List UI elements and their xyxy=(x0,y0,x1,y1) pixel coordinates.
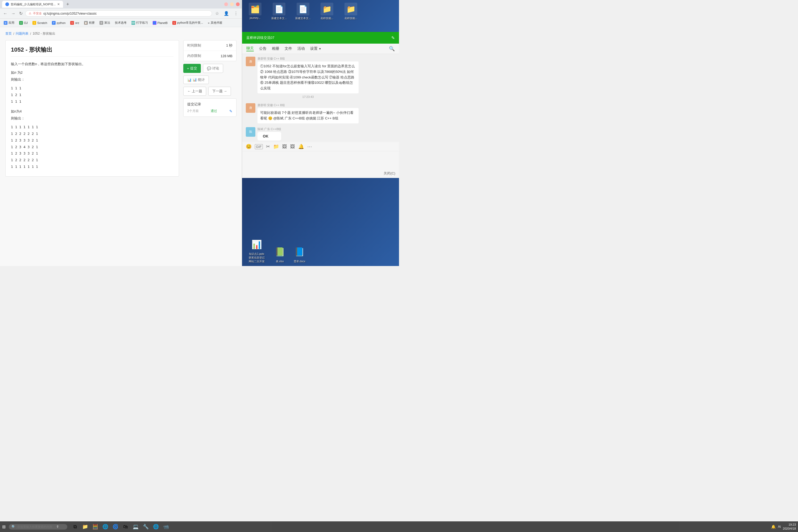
docx-icon: 📘 xyxy=(294,245,305,259)
account-button[interactable]: 👤 xyxy=(222,11,231,17)
desktop-icon-folder1[interactable]: 📁 花样技能... xyxy=(318,3,336,20)
record-box: 提交记录 2个月前 通过 ✎ xyxy=(183,98,236,117)
gif-tool-icon[interactable]: GIF xyxy=(255,144,263,149)
breadcrumb-problems[interactable]: 问题列表 xyxy=(16,32,28,36)
chat-nav-settings[interactable]: 设置 ▼ xyxy=(310,46,321,51)
minimize-button[interactable] xyxy=(224,2,228,6)
text1-icon: 📄 xyxy=(273,3,285,15)
desktop-area: 🗂️ journey... 📄 新建文本文... 📄 新建文本文... 📁 花样… xyxy=(242,0,399,32)
chat-message-2: 唐 唐群明 安徽 C++ B组 可能比较基础 7个题 好想直播听肖老师讲一遍的~… xyxy=(246,103,395,124)
bookmark-dazi[interactable]: ⌨ 打字练习 xyxy=(129,20,150,25)
address-bar: ← → ↻ ⚠ 不安全 oj.hzjingma.com/p/1052?view=… xyxy=(0,8,242,19)
chat-toolbar: 😊 GIF ✂ 📁 🖼 🖼 🔔 ⋯ xyxy=(242,142,399,151)
suanfa-icon: ⚙ xyxy=(99,21,103,25)
memory-limit-label: 内存限制 xyxy=(187,54,201,58)
stats-icon: 📊 xyxy=(187,78,191,82)
bell-tool-icon[interactable]: 🔔 xyxy=(298,144,304,150)
bookmark-orz[interactable]: O orz xyxy=(68,20,81,25)
orz-icon: O xyxy=(70,21,74,25)
discuss-button[interactable]: 💬 讨论 xyxy=(203,64,223,73)
image-library-icon[interactable]: 🖼 xyxy=(282,144,287,150)
bookmark-apps[interactable]: ⊞ 应用 xyxy=(2,20,17,25)
stats-button[interactable]: 📊 📊 统计 xyxy=(183,76,209,84)
chat-close-button[interactable]: 关闭(C) xyxy=(384,171,395,176)
chat-nav-album[interactable]: 相册 xyxy=(272,46,279,51)
prev-problem-button[interactable]: ← 上一题 xyxy=(183,87,206,96)
record-edit-button[interactable]: ✎ xyxy=(229,109,232,113)
bookmark-python[interactable]: P python xyxy=(50,20,68,25)
chat-nav-notice[interactable]: 公告 xyxy=(259,46,267,51)
forward-button[interactable]: → xyxy=(10,11,17,17)
text2-icon: 📄 xyxy=(297,3,309,15)
bookmark-dazi-label: 打字练习 xyxy=(136,21,148,25)
avatar-chenbin: 陈 xyxy=(246,127,255,137)
chat-input-field[interactable] xyxy=(242,151,399,170)
bubble-ok: OK xyxy=(258,132,281,140)
desktop-icon-text2[interactable]: 📄 新建文本文... xyxy=(294,3,312,20)
settings-chevron-icon: ▼ xyxy=(319,48,321,50)
avatar-tangqunming-2: 唐 xyxy=(246,103,255,113)
example2-label: 如n为4 xyxy=(11,109,173,114)
bookmark-scratch[interactable]: S Scratch xyxy=(30,20,49,25)
back-button[interactable]: ← xyxy=(2,11,8,17)
chat-nav-chat[interactable]: 聊天 xyxy=(246,46,254,51)
close-button[interactable] xyxy=(236,2,240,6)
time-limit-row: 时间限制 1 秒 xyxy=(184,40,236,51)
chusai-icon: 📋 xyxy=(84,21,88,25)
maximize-button[interactable] xyxy=(230,2,234,6)
chat-title: 蓝桥杯训练交流07 xyxy=(246,35,274,40)
more-tool-icon[interactable]: ⋯ xyxy=(307,144,312,150)
discuss-label: 讨论 xyxy=(212,66,219,71)
bookmark-chusai-label: 初赛 xyxy=(89,21,95,25)
bookmark-more-btn[interactable]: » 其他书签 xyxy=(206,20,224,25)
desktop-icon-journey[interactable]: 🗂️ journey... xyxy=(246,3,264,19)
avatar-tangqunming: 唐 xyxy=(246,57,255,66)
browser-tab[interactable]: 竞码编程_少儿编程培训_NOIP培... ✕ xyxy=(2,1,63,8)
search-chat-icon[interactable]: 🔍 xyxy=(389,46,395,52)
bottom-desktop: 📊 知识点1.pptx 获奖信息登记 网站二次开发 📗 表.xlsx 📘 需求.… xyxy=(242,178,399,266)
file-icon-xlsx[interactable]: 📗 表.xlsx xyxy=(274,245,286,263)
emoji-tool-icon[interactable]: 😊 xyxy=(246,144,252,150)
bookmark-suanfa[interactable]: ⚙ 算法 xyxy=(97,20,112,25)
bookmark-button[interactable]: ☆ xyxy=(214,11,221,17)
oj-icon: O xyxy=(19,21,23,25)
record-status: 通过 xyxy=(211,109,217,113)
info-box: 时间限制 1 秒 内存限制 128 MB xyxy=(183,40,236,61)
bubble-1: ①1052 不知道for怎么嵌套输入写入读出 for 里面的边界意怎么 ② 10… xyxy=(258,61,359,93)
pptx-icon: 📊 xyxy=(251,238,263,251)
time-1: 17:23:43 xyxy=(258,95,359,98)
text2-label: 新建文本文... xyxy=(295,17,311,20)
tab-title: 竞码编程_少儿编程培训_NOIP培... xyxy=(11,2,56,6)
file-icon-pptx[interactable]: 📊 知识点1.pptx 获奖信息登记 网站二次开发 xyxy=(247,238,266,263)
new-tab-button[interactable]: + xyxy=(65,2,71,7)
bookmark-planetb[interactable]: 🌐 PlanetB xyxy=(151,20,170,25)
folder-tool-icon[interactable]: 📁 xyxy=(273,144,279,150)
security-icon: ⚠ xyxy=(29,12,32,15)
problem-layout: 1052 - 形状输出 输入一个自然数n，将这些自然数如下形状输出。 如n 为2… xyxy=(5,40,236,177)
desktop-icon-folder2[interactable]: 📁 花样技能... xyxy=(342,3,360,20)
problem-title: 1052 - 形状输出 xyxy=(11,46,173,57)
chat-message-3: 陈 陈斌 广东 C++B组 OK xyxy=(246,127,395,140)
refresh-button[interactable]: ↻ xyxy=(18,11,24,17)
message-1-wrap: 唐群明 安徽 C++ B组 ①1052 不知道for怎么嵌套输入写入读出 for… xyxy=(258,57,359,99)
breadcrumb-home[interactable]: 首页 xyxy=(5,32,12,36)
submit-button[interactable]: + 提交 xyxy=(183,64,201,73)
chat-nav-files[interactable]: 文件 xyxy=(285,46,292,51)
file-icon-docx[interactable]: 📘 需求.docx xyxy=(294,245,305,263)
url-bar[interactable]: ⚠ 不安全 oj.hzjingma.com/p/1052?view=classi… xyxy=(25,11,212,17)
bookmark-python2[interactable]: G python常见的中英... xyxy=(170,20,205,25)
tab-close-button[interactable]: ✕ xyxy=(57,2,60,6)
docx-label: 需求.docx xyxy=(294,260,305,263)
chat-edit-icon[interactable]: ✎ xyxy=(391,35,395,40)
time-limit-value: 1 秒 xyxy=(226,43,232,48)
bookmark-oj[interactable]: O OJ xyxy=(17,20,30,25)
chat-nav-activity[interactable]: 活动 xyxy=(298,46,305,51)
scissors-tool-icon[interactable]: ✂ xyxy=(266,144,270,150)
next-problem-button[interactable]: 下一题 → xyxy=(208,87,231,96)
desktop-icon-text1[interactable]: 📄 新建文本文... xyxy=(270,3,288,20)
bookmark-chusai[interactable]: 📋 初赛 xyxy=(82,20,97,25)
menu-button[interactable]: ⋮ xyxy=(232,11,240,17)
breadcrumb: 首页 / 问题列表 / 1052 - 形状输出 xyxy=(5,32,236,36)
image-tool-icon[interactable]: 🖼 xyxy=(290,144,295,150)
bookmark-jishu[interactable]: 技术选考 xyxy=(113,20,129,25)
